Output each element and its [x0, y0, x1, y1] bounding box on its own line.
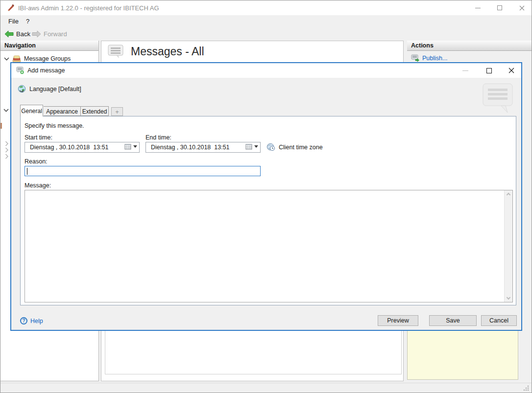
- client-time-zone-indicator: Client time zone: [266, 143, 323, 151]
- reason-input[interactable]: [24, 166, 261, 176]
- save-button[interactable]: Save: [429, 315, 477, 326]
- window-maximize-button[interactable]: [490, 0, 509, 15]
- minimize-icon: [475, 8, 481, 8]
- menu-help[interactable]: ?: [26, 18, 29, 25]
- add-message-dialog: Add message Language [Default]: [10, 62, 522, 331]
- help-action[interactable]: ? Help: [20, 317, 43, 324]
- preview-button[interactable]: Preview: [378, 315, 418, 326]
- maximize-icon: [497, 5, 502, 10]
- end-time-dropdown-button[interactable]: [245, 143, 258, 150]
- tab-appearance[interactable]: Appearance: [44, 106, 81, 116]
- add-tab-button[interactable]: +: [111, 107, 123, 116]
- page-title: Messages - All: [131, 45, 204, 58]
- minimize-icon: [462, 70, 468, 71]
- start-time-label: Start time:: [24, 134, 52, 141]
- messages-icon: [107, 44, 124, 59]
- scroll-down-icon[interactable]: [507, 296, 510, 300]
- language-label: Language [Default]: [29, 86, 81, 92]
- help-glyph: ?: [22, 318, 25, 324]
- message-scrollbar[interactable]: [504, 190, 512, 302]
- actions-header: Actions: [407, 41, 532, 51]
- add-message-icon: [16, 67, 24, 74]
- general-tab-page: Specify this message. Start time: End ti…: [20, 116, 516, 305]
- back-arrow-icon: [4, 30, 14, 38]
- dialog-titlebar: Add message: [11, 63, 521, 78]
- dialog-close-button[interactable]: [503, 63, 520, 78]
- calendar-icon: [124, 143, 131, 150]
- help-link[interactable]: Help: [30, 318, 43, 324]
- chevron-right-icon[interactable]: [5, 154, 8, 159]
- toolbar: Back Forward: [0, 28, 532, 40]
- message-groups-label: Message Groups: [24, 55, 71, 62]
- message-watermark-icon: [482, 83, 515, 114]
- chevron-right-icon[interactable]: [5, 147, 8, 153]
- dialog-maximize-button[interactable]: [481, 63, 497, 78]
- publish-icon: [411, 54, 419, 62]
- end-time-value: Dienstag , 30.10.2018 13:51: [151, 144, 230, 151]
- window-minimize-button[interactable]: [468, 0, 487, 15]
- navigation-header: Navigation: [0, 41, 98, 51]
- language-globe-icon: [18, 85, 26, 93]
- back-label: Back: [16, 30, 30, 38]
- close-icon: [519, 5, 525, 11]
- reason-label: Reason:: [24, 158, 48, 165]
- cancel-button[interactable]: Cancel: [481, 315, 517, 326]
- dropdown-caret-icon: [254, 145, 258, 148]
- calendar-icon: [245, 143, 252, 150]
- publish-action[interactable]: Publish...: [411, 54, 447, 62]
- statusbar: [0, 383, 532, 393]
- client-time-zone-label: Client time zone: [279, 144, 323, 151]
- message-groups-icon: [12, 55, 21, 63]
- language-row: Language [Default]: [18, 85, 81, 93]
- start-time-value: Dienstag , 30.10.2018 13:51: [30, 144, 109, 151]
- resize-grip[interactable]: [523, 385, 530, 392]
- window-titlebar: IBI-aws Admin 1.22.0 - registered for IB…: [0, 0, 532, 15]
- tab-general[interactable]: General: [20, 105, 43, 116]
- chevron-right-icon[interactable]: [5, 141, 8, 146]
- end-time-picker[interactable]: Dienstag , 30.10.2018 13:51: [145, 142, 261, 153]
- message-label: Message:: [24, 182, 51, 189]
- start-time-picker[interactable]: Dienstag , 30.10.2018 13:51: [24, 142, 140, 153]
- app-window: IBI-aws Admin 1.22.0 - registered for IB…: [0, 0, 532, 393]
- main-header: Messages - All: [107, 44, 204, 59]
- dialog-minimize-button[interactable]: [457, 63, 474, 78]
- help-icon: ?: [20, 317, 27, 324]
- instruction-text: Specify this message.: [24, 122, 84, 129]
- close-icon: [508, 68, 514, 73]
- menubar: File ?: [0, 15, 532, 28]
- text-caret: [27, 168, 27, 175]
- client-time-zone-icon: [266, 143, 275, 151]
- window-title: IBI-aws Admin 1.22.0 - registered for IB…: [18, 4, 159, 12]
- menu-file[interactable]: File: [8, 18, 19, 25]
- start-time-dropdown-button[interactable]: [124, 143, 137, 150]
- back-button[interactable]: Back: [4, 29, 30, 39]
- scroll-up-icon[interactable]: [507, 193, 510, 197]
- maximize-icon: [486, 68, 492, 73]
- publish-link[interactable]: Publish...: [422, 55, 447, 62]
- forward-label: Forward: [44, 30, 67, 38]
- app-icon: [7, 4, 15, 12]
- message-textarea[interactable]: [24, 190, 513, 302]
- chevron-down-icon[interactable]: [4, 57, 9, 61]
- chevron-down-icon[interactable]: [3, 108, 9, 112]
- forward-arrow-icon: [32, 30, 41, 38]
- dropdown-caret-icon: [133, 145, 137, 148]
- end-time-label: End time:: [145, 134, 171, 141]
- tab-extended[interactable]: Extended: [81, 106, 109, 116]
- window-close-button[interactable]: [512, 0, 532, 15]
- forward-button[interactable]: Forward: [32, 29, 67, 39]
- tree-icon-fragment: [0, 123, 2, 129]
- dialog-title: Add message: [27, 67, 65, 74]
